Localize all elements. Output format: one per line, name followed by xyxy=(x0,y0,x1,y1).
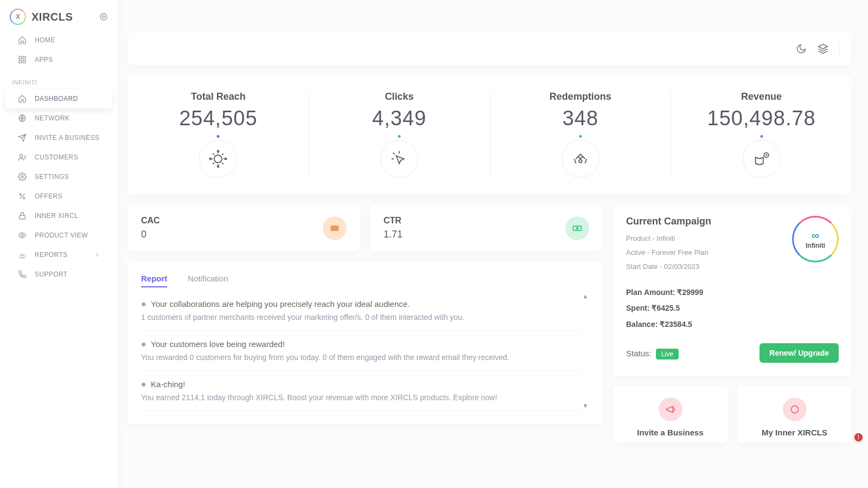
sidebar-item-label: CUSTOMERS xyxy=(35,153,78,161)
kpi-clicks: Clicks 4,349 xyxy=(309,91,490,178)
campaign-title: Current Campaign xyxy=(626,216,711,227)
kpi-redemptions: Redemptions 348 xyxy=(490,91,672,178)
kpi-label: Total Reach xyxy=(133,91,303,102)
click-icon xyxy=(380,140,418,178)
kpi-label: Redemptions xyxy=(496,91,666,102)
mini-kpi-value: 0 xyxy=(141,229,160,240)
infiniti-logo: ∞ Infiniti xyxy=(792,216,839,262)
circle-icon xyxy=(783,397,807,421)
svg-line-22 xyxy=(213,163,214,164)
report-item: Ka-ching! You earned 2114.1 today throug… xyxy=(141,371,582,411)
campaign-product: Product - Infiniti xyxy=(626,232,711,246)
campaign-active: Active - Forever Free Plan xyxy=(626,246,711,260)
tabs: Report Notification xyxy=(141,271,589,287)
svg-point-13 xyxy=(21,234,23,236)
report-title: Ka-ching! xyxy=(141,380,582,389)
kpi-value: 150,498.78 xyxy=(676,107,846,130)
quick-label: Invite a Business xyxy=(618,428,722,437)
svg-point-36 xyxy=(791,406,798,413)
kpi-value: 4,349 xyxy=(315,107,484,130)
status-row: Status: Live xyxy=(626,349,679,358)
home-icon xyxy=(17,36,27,44)
sidebar-item-label: APPS xyxy=(35,56,53,63)
kpi-revenue: Revenue 150,498.78 xyxy=(671,91,852,178)
balance-value: ₹23584.5 xyxy=(660,320,692,329)
campaign-card: Current Campaign Product - Infiniti Acti… xyxy=(613,205,852,376)
sidebar-section-label: INFINITI xyxy=(0,69,118,89)
cash-icon xyxy=(565,216,589,240)
report-body: ▲ Your collaborations are helping you pr… xyxy=(141,291,589,411)
report-item: Your customers love being rewarded! You … xyxy=(141,331,582,371)
brand-logo: X xyxy=(10,9,26,25)
dark-mode-icon[interactable] xyxy=(796,43,807,54)
sidebar-item-label: NETWORK xyxy=(35,114,69,122)
phone-icon xyxy=(17,270,27,279)
apps-icon xyxy=(17,55,27,64)
renew-upgrade-button[interactable]: Renew/ Upgrade xyxy=(760,343,839,363)
alert-badge-icon[interactable]: ! xyxy=(854,433,863,441)
tab-report[interactable]: Report xyxy=(141,271,167,287)
svg-point-11 xyxy=(23,197,25,199)
sidebar-item-label: INNER XIRCL xyxy=(35,212,78,220)
sidebar-item-customers[interactable]: CUSTOMERS xyxy=(5,147,112,167)
layers-icon[interactable] xyxy=(818,43,828,54)
mini-kpi-label: CAC xyxy=(141,216,160,226)
globe-icon xyxy=(17,114,27,123)
quick-invite-business[interactable]: Invite a Business xyxy=(613,386,727,442)
svg-point-24 xyxy=(218,150,219,152)
sidebar-item-label: SUPPORT xyxy=(35,271,68,278)
sidebar-item-network[interactable]: NETWORK xyxy=(5,108,112,128)
content: Total Reach 254,505 Clicks 4,349 xyxy=(118,33,868,453)
scroll-up-icon[interactable]: ▲ xyxy=(582,293,589,299)
svg-rect-5 xyxy=(23,60,25,63)
quick-actions-row: Invite a Business My Inner XIRCLS xyxy=(613,386,852,442)
quick-inner-xircls[interactable]: My Inner XIRCLS xyxy=(737,386,852,442)
brand-name: XIRCLS xyxy=(31,11,73,23)
sidebar-item-label: DASHBOARD xyxy=(35,95,78,102)
kpi-row: Total Reach 254,505 Clicks 4,349 xyxy=(128,76,852,194)
megaphone-icon xyxy=(659,397,682,421)
sidebar-item-product-view[interactable]: PRODUCT VIEW xyxy=(5,226,112,245)
kpi-value: 348 xyxy=(496,107,666,130)
plan-value: ₹29999 xyxy=(677,288,703,297)
handshake-icon xyxy=(561,140,599,178)
status-label: Status: xyxy=(626,349,652,358)
svg-point-31 xyxy=(579,159,582,163)
gear-icon xyxy=(17,172,27,181)
svg-rect-2 xyxy=(19,56,22,59)
sidebar-item-apps[interactable]: APPS xyxy=(5,50,112,69)
sidebar-item-reports[interactable]: REPORTS xyxy=(5,245,112,265)
sidebar-item-support[interactable]: SUPPORT xyxy=(5,265,112,284)
topbar xyxy=(128,33,852,65)
kpi-total-reach: Total Reach 254,505 xyxy=(128,91,309,178)
send-icon xyxy=(17,133,27,142)
kpi-label: Revenue xyxy=(676,91,846,102)
svg-line-28 xyxy=(393,153,395,155)
users-icon xyxy=(17,153,27,162)
report-title: Your customers love being rewarded! xyxy=(141,339,582,349)
report-subtext: You earned 2114.1 today through XIRCLS. … xyxy=(141,393,582,402)
sidebar-item-home[interactable]: HOME xyxy=(5,30,112,50)
svg-point-1 xyxy=(103,16,105,18)
svg-point-10 xyxy=(20,194,21,195)
eye-icon xyxy=(17,231,27,240)
svg-line-9 xyxy=(20,194,24,198)
infinity-icon: ∞ xyxy=(812,229,819,242)
sidebar-item-inner-xircl[interactable]: INNER XIRCL xyxy=(5,206,112,226)
balance-label: Balance: xyxy=(626,320,658,329)
plan-label: Plan Amount: xyxy=(626,288,675,297)
sidebar-item-offers[interactable]: OFFERS xyxy=(5,187,112,206)
spent-value: ₹6425.5 xyxy=(652,304,680,312)
sidebar-item-settings[interactable]: SETTINGS xyxy=(5,167,112,187)
quick-label: My Inner XIRCLS xyxy=(743,428,846,437)
sidebar-item-label: SETTINGS xyxy=(35,173,69,181)
report-subtext: You rewarded 0 customers for buying from… xyxy=(141,353,582,362)
tab-notification[interactable]: Notification xyxy=(188,271,228,287)
scroll-down-icon[interactable]: ▼ xyxy=(582,402,589,409)
brand-row: X XIRCLS xyxy=(0,9,118,30)
sidebar-item-dashboard[interactable]: DASHBOARD xyxy=(5,89,112,108)
mini-kpi-ctr: CTR 1.71 xyxy=(371,205,602,251)
sidebar-collapse-icon[interactable] xyxy=(99,12,108,21)
svg-point-15 xyxy=(214,155,222,163)
sidebar-item-invite-business[interactable]: INVITE A BUSINESS xyxy=(5,128,112,147)
